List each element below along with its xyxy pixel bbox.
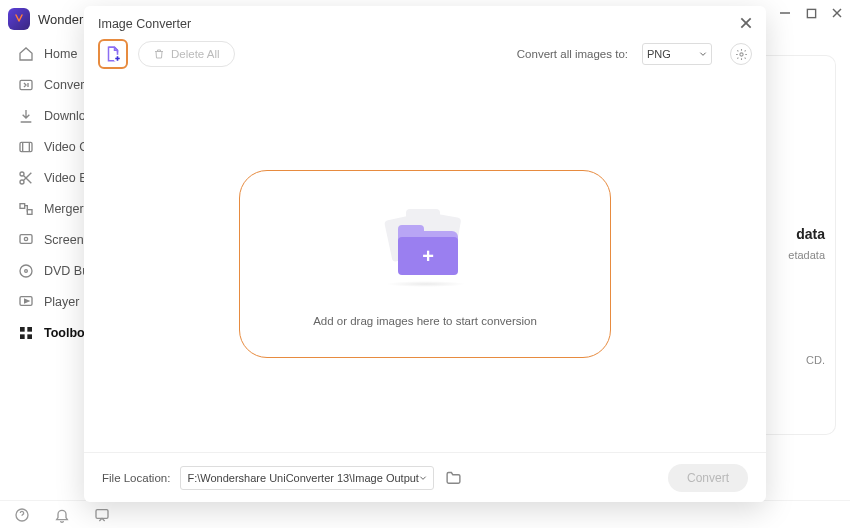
plus-icon: + [422,246,434,266]
svg-rect-10 [20,203,25,208]
file-location-select[interactable]: F:\Wondershare UniConverter 13\Image Out… [180,466,434,490]
app-logo [8,8,30,30]
app-title: Wonder [38,12,83,27]
screen-icon [18,232,34,248]
format-value: PNG [647,48,671,60]
feedback-icon[interactable] [94,507,110,523]
convert-all-label: Convert all images to: [517,48,628,60]
svg-point-13 [24,237,27,240]
maximize-button[interactable] [804,6,818,20]
sidebar-item-label: DVD Bu [44,264,89,278]
converter-icon [18,77,34,93]
sidebar-item-label: Home [44,47,77,61]
bg-text: CD. [806,354,825,366]
close-dialog-button[interactable] [738,15,754,31]
help-icon[interactable] [14,507,30,523]
convert-button[interactable]: Convert [668,464,748,492]
folder-illustration: + [380,209,470,289]
add-file-icon [104,45,122,63]
minimize-button[interactable] [778,6,792,20]
chevron-down-icon [419,474,427,482]
svg-marker-17 [25,299,29,302]
svg-rect-12 [20,234,32,243]
delete-all-button[interactable]: Delete All [138,41,235,67]
svg-point-27 [739,52,742,55]
bg-text: etadata [788,249,825,261]
delete-all-label: Delete All [171,48,220,60]
image-converter-dialog: Image Converter Delete All Convert all i [84,6,766,502]
bell-icon[interactable] [54,507,70,523]
trash-icon [153,48,165,60]
svg-point-6 [20,172,24,176]
close-window-button[interactable] [830,6,844,20]
svg-rect-21 [27,334,32,339]
svg-point-14 [20,265,32,277]
file-location-label: File Location: [102,472,170,484]
svg-rect-18 [20,327,25,332]
file-location-value: F:\Wondershare UniConverter 13\Image Out… [187,472,419,484]
svg-rect-20 [20,334,25,339]
drop-zone-text: Add or drag images here to start convers… [313,315,537,327]
gear-icon [735,48,748,61]
download-icon [18,108,34,124]
sidebar-item-label: Video E [44,171,88,185]
bg-text: data [796,226,825,242]
browse-folder-button[interactable] [444,469,464,487]
sidebar-item-label: Video C [44,140,88,154]
dialog-title: Image Converter [98,17,191,31]
add-images-button[interactable] [98,39,128,69]
background-panel: data etadata CD. [761,55,836,435]
status-bar [0,500,850,528]
settings-button[interactable] [730,43,752,65]
home-icon [18,46,34,62]
folder-icon [445,470,462,485]
video-compress-icon [18,139,34,155]
merger-icon [18,201,34,217]
sidebar-item-label: Player [44,295,79,309]
svg-rect-1 [807,9,815,17]
scissors-icon [18,170,34,186]
play-icon [18,294,34,310]
output-format-select[interactable]: PNG [642,43,712,65]
svg-rect-11 [27,209,32,214]
svg-rect-23 [96,509,108,518]
image-drop-zone[interactable]: + Add or drag images here to start conve… [239,170,611,358]
disc-icon [18,263,34,279]
svg-rect-5 [20,142,32,151]
convert-button-label: Convert [687,471,729,485]
toolbox-icon [18,325,34,341]
svg-rect-19 [27,327,32,332]
sidebar-item-label: Merger [44,202,84,216]
svg-point-15 [25,269,28,272]
svg-point-7 [20,180,24,184]
chevron-down-icon [699,50,707,58]
